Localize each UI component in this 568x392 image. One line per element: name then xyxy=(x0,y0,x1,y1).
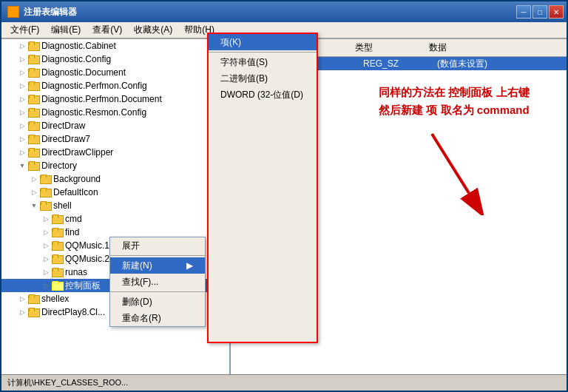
close-button[interactable]: ✕ xyxy=(549,5,564,18)
tree-item-diagnostic-perfmon-config[interactable]: ▷ Diagnostic.Perfmon.Config xyxy=(1,79,229,92)
expander: ▷ xyxy=(40,240,52,251)
folder-icon xyxy=(52,240,64,251)
ctx-item-new[interactable]: 新建(N) ▶ xyxy=(110,257,205,274)
folder-icon xyxy=(28,134,40,144)
tree-item-shell[interactable]: ▼ shell xyxy=(1,199,229,212)
expander: ▷ xyxy=(16,80,28,92)
folder-open-icon xyxy=(40,200,52,211)
submenu-item-string[interactable]: 字符串值(S) xyxy=(209,54,317,70)
folder-icon xyxy=(28,67,40,78)
tree-item-label: Background xyxy=(53,174,101,184)
col-header-type: 类型 xyxy=(352,41,426,55)
tree-item-label: Diagnostic.Cabinet xyxy=(41,41,116,51)
expander: ▷ xyxy=(40,253,52,265)
expander: ▷ xyxy=(16,120,28,132)
expander: ▷ xyxy=(40,266,52,278)
col-header-data: 数据 xyxy=(426,41,564,55)
submenu-item-dword[interactable]: DWORD (32-位值(D) xyxy=(209,87,317,103)
tree-item-diagnostic-config[interactable]: ▷ Diagnostic.Config xyxy=(1,53,229,66)
tree-item-diagnostic-resmon[interactable]: ▷ Diagnostic.Resmon.Config xyxy=(1,106,229,119)
folder-icon xyxy=(28,121,40,131)
tree-item-directdraw7[interactable]: ▷ DirectDraw7 xyxy=(1,132,229,146)
expander: ▷ xyxy=(40,213,52,225)
tree-item-label: Diagnostic.Document xyxy=(41,67,126,78)
folder-icon xyxy=(28,147,40,158)
ctx-new-arrow: ▶ xyxy=(186,260,193,271)
expander: ▷ xyxy=(16,40,28,52)
expander: ▷ xyxy=(28,186,40,198)
tree-item-diagnostic-doc[interactable]: ▷ Diagnostic.Document xyxy=(1,66,229,79)
title-bar: 注册表编辑器 ─ □ ✕ xyxy=(1,1,567,22)
context-menu: 展开 新建(N) ▶ 查找(F)... 删除(D) 重命名(R) xyxy=(109,237,206,327)
tree-item-label: 控制面板 xyxy=(65,280,101,292)
tree-item-label: find xyxy=(65,227,79,237)
folder-icon xyxy=(28,94,40,104)
expander: ▷ xyxy=(28,173,40,185)
registry-data: (数值未设置) xyxy=(437,58,564,70)
registry-type: REG_SZ xyxy=(363,58,437,69)
tree-item-background[interactable]: ▷ Background xyxy=(1,172,229,186)
tree-item-label: Diagnostic.Perfmon.Document xyxy=(41,94,162,104)
tree-item-label: DirectDrawClipper xyxy=(41,147,113,158)
folder-icon xyxy=(52,227,64,237)
title-bar-text: 注册表编辑器 xyxy=(7,6,77,18)
minimize-button[interactable]: ─ xyxy=(516,5,531,18)
window-title: 注册表编辑器 xyxy=(24,6,77,18)
menu-favorites[interactable]: 收藏夹(A) xyxy=(128,22,178,38)
expander: ▷ xyxy=(16,93,28,105)
tree-item-label: runas xyxy=(65,267,87,277)
folder-icon xyxy=(40,174,52,184)
expander: ▷ xyxy=(16,107,28,118)
tree-item-diagnostic-perfmon-doc[interactable]: ▷ Diagnostic.Perfmon.Document xyxy=(1,92,229,106)
submenu-item-key[interactable]: 项(K) xyxy=(209,34,317,50)
folder-icon xyxy=(52,214,64,224)
submenu-item-binary[interactable]: 二进制值(B) xyxy=(209,70,317,87)
tree-item-label: Diagnostic.Config xyxy=(41,54,111,64)
tree-item-label: DefaultIcon xyxy=(53,187,98,197)
expander: ▷ xyxy=(16,306,28,318)
folder-icon xyxy=(52,267,64,277)
tree-item-directdraw[interactable]: ▷ DirectDraw xyxy=(1,119,229,132)
folder-icon xyxy=(52,254,64,264)
menu-file[interactable]: 文件(F) xyxy=(4,22,45,38)
folder-icon xyxy=(28,107,40,118)
submenu-separator xyxy=(209,52,317,53)
folder-open-icon xyxy=(28,160,40,171)
expander: ▷ xyxy=(40,226,52,238)
folder-icon xyxy=(28,294,40,304)
tree-item-cmd[interactable]: ▷ cmd xyxy=(1,212,229,226)
folder-icon xyxy=(28,54,40,64)
tree-item-label: Diagnostic.Resmon.Config xyxy=(41,107,146,118)
expander: ▷ xyxy=(40,280,52,291)
expander: ▷ xyxy=(16,53,28,65)
ctx-item-rename[interactable]: 重命名(R) xyxy=(110,310,205,326)
status-text: 计算机\HKEY_CLASSES_ROO... xyxy=(7,377,128,388)
tree-item-label: Directory xyxy=(41,160,77,171)
tree-item-diagnostic-cabinet[interactable]: ▷ Diagnostic.Cabinet xyxy=(1,39,229,53)
expander: ▼ xyxy=(28,200,40,212)
ctx-separator xyxy=(110,255,205,256)
folder-icon xyxy=(28,81,40,91)
main-window: 注册表编辑器 ─ □ ✕ 文件(F) 编辑(E) 查看(V) 收藏夹(A) 帮助… xyxy=(0,0,568,392)
tree-item-directory[interactable]: ▼ Directory xyxy=(1,159,229,172)
submenu: 项(K) 字符串值(S) 二进制值(B) DWORD (32-位值(D) xyxy=(207,33,318,343)
expander: ▷ xyxy=(16,293,28,305)
folder-icon xyxy=(28,41,40,51)
menu-edit[interactable]: 编辑(E) xyxy=(45,22,87,38)
expander: ▷ xyxy=(16,67,28,78)
tree-item-directdrawclipper[interactable]: ▷ DirectDrawClipper xyxy=(1,146,229,159)
ctx-item-expand[interactable]: 展开 xyxy=(110,237,205,254)
folder-icon xyxy=(28,307,40,317)
ctx-item-find[interactable]: 查找(F)... xyxy=(110,274,205,290)
title-buttons: ─ □ ✕ xyxy=(516,5,564,18)
ctx-separator2 xyxy=(110,291,205,292)
expander: ▷ xyxy=(16,133,28,145)
expander: ▷ xyxy=(16,146,28,158)
maximize-button[interactable]: □ xyxy=(532,5,547,18)
status-bar: 计算机\HKEY_CLASSES_ROO... xyxy=(1,374,567,391)
tree-item-defaulticon[interactable]: ▷ DefaultIcon xyxy=(1,186,229,199)
tree-item-label: DirectDraw xyxy=(41,121,85,131)
tree-item-label: shell xyxy=(53,200,72,211)
menu-view[interactable]: 查看(V) xyxy=(87,22,128,38)
ctx-item-delete[interactable]: 删除(D) xyxy=(110,294,205,310)
